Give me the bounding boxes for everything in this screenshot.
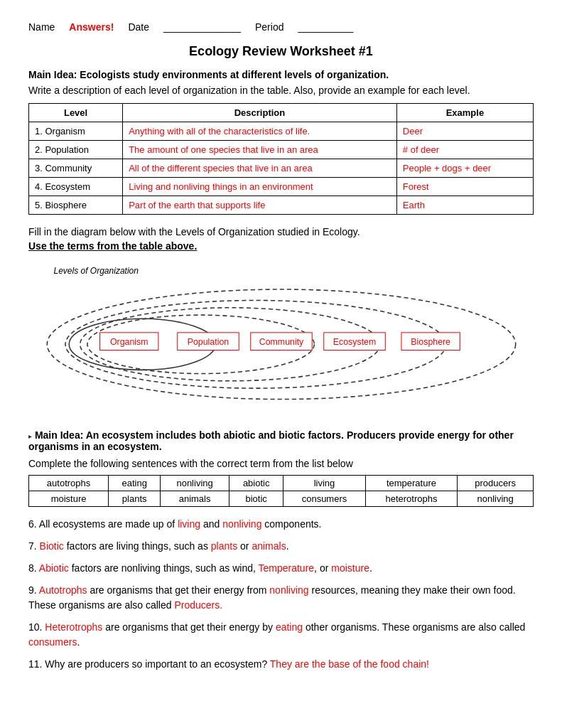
sentence-part: Heterotrophs <box>45 621 102 633</box>
sentence-part: consumers <box>28 636 77 648</box>
sentence-part: and <box>200 518 222 530</box>
sentence-part: are organisms that get their energy from <box>87 584 270 596</box>
section2-icon: ▸ <box>28 432 32 440</box>
section2-main-idea: Main Idea: An ecosystem includes both ab… <box>28 429 514 452</box>
page-title: Ecology Review Worksheet #1 <box>28 44 534 59</box>
sentence-part: living <box>178 518 200 530</box>
table-row: 3. CommunityAll of the different species… <box>29 159 534 178</box>
sentence: 8. Abiotic factors are nonliving things,… <box>28 561 534 576</box>
table-row: 1. OrganismAnything with all of the char… <box>29 122 534 141</box>
sentence-number: 10. <box>28 621 42 633</box>
sentence-number: 9. <box>28 584 37 596</box>
sentence-part: Why are producers so important to an eco… <box>42 658 269 670</box>
sentence-part: They are the base of the food chain! <box>270 658 429 670</box>
complete-text: Complete the following sentences with th… <box>28 458 534 469</box>
sentence-part: . <box>286 540 289 552</box>
header: Name Answers! Date ______________ Period… <box>28 21 534 33</box>
word-bank-cell: eating <box>109 476 161 491</box>
period-blank: __________ <box>298 21 353 33</box>
word-bank-cell: producers <box>458 476 534 491</box>
section1-sub-text: Write a description of each level of org… <box>28 85 534 96</box>
word-bank-cell: heterotrophs <box>365 491 458 507</box>
sentence-part: other organisms. These organisms are als… <box>303 621 525 633</box>
sentence-part: animals <box>252 540 286 552</box>
table-cell-description: Part of the earth that supports life <box>123 196 397 215</box>
sentence-part: nonliving <box>222 518 261 530</box>
word-bank-cell: temperature <box>365 476 458 491</box>
table-cell-level: 3. Community <box>29 159 123 178</box>
sentence-part: All ecosystems are made up of <box>37 518 178 530</box>
word-bank-cell: animals <box>161 491 229 507</box>
sentence-part: eating <box>276 621 303 633</box>
table-cell-level: 4. Ecosystem <box>29 178 123 196</box>
answers-label: Answers! <box>69 21 114 33</box>
sentence-part: plants <box>211 540 237 552</box>
name-label: Name <box>28 21 55 33</box>
word-bank-cell: abiotic <box>229 476 283 491</box>
word-bank-cell: consumers <box>283 491 365 507</box>
word-bank-cell: moisture <box>29 491 109 507</box>
table-cell-description: Living and nonliving things in an enviro… <box>123 178 397 196</box>
sentence-number: 11. <box>28 658 42 670</box>
word-bank-cell: plants <box>109 491 161 507</box>
svg-text:Population: Population <box>187 337 229 347</box>
word-bank-cell: autotrophs <box>29 476 109 491</box>
word-bank-cell: living <box>283 476 365 491</box>
table-header: Level <box>29 104 123 122</box>
sentence-number: 7. <box>28 540 37 552</box>
svg-text:Community: Community <box>259 337 303 347</box>
table-cell-description: The amount of one species that live in a… <box>123 141 397 159</box>
svg-text:Ecosystem: Ecosystem <box>333 337 375 347</box>
date-label: Date <box>128 21 149 33</box>
sentence-part: factors are nonliving things, such as wi… <box>69 562 259 574</box>
sentence-part: are organisms that get their energy by <box>102 621 276 633</box>
sentence-number: 6. <box>28 518 37 530</box>
date-blank: ______________ <box>163 21 241 33</box>
sentence-part: factors are living things, such as <box>64 540 211 552</box>
use-terms: Use the terms from the table above. <box>28 240 534 252</box>
table-row: 5. BiospherePart of the earth that suppo… <box>29 196 534 215</box>
section1-main-idea: Main Idea: Ecologists study environments… <box>28 69 534 80</box>
table-cell-level: 5. Biosphere <box>29 196 123 215</box>
svg-text:Organism: Organism <box>109 337 148 347</box>
table-cell-level: 1. Organism <box>29 122 123 141</box>
sentence-number: 8. <box>28 562 37 574</box>
sentence-part: Temperature <box>259 562 315 574</box>
word-bank-row: autotrophseatingnonlivingabioticlivingte… <box>29 476 534 491</box>
table-row: 2. PopulationThe amount of one species t… <box>29 141 534 159</box>
word-bank-cell: biotic <box>229 491 283 507</box>
diagram-title: Levels of Organization <box>54 266 139 276</box>
table-cell-level: 2. Population <box>29 141 123 159</box>
table-cell-description: Anything with all of the characteristics… <box>123 122 397 141</box>
sentence-part: nonliving <box>269 584 308 596</box>
levels-table: LevelDescriptionExample 1. OrganismAnyth… <box>28 103 534 215</box>
word-bank: autotrophseatingnonlivingabioticlivingte… <box>28 475 534 507</box>
sentence-part: . <box>77 636 80 648</box>
table-row: 4. EcosystemLiving and nonliving things … <box>29 178 534 196</box>
sentence-part: Autotrophs <box>39 584 87 596</box>
table-cell-example: People + dogs + deer <box>396 159 533 178</box>
diagram-instruction: Fill in the diagram below with the Level… <box>28 226 534 237</box>
sentence: 6. All ecosystems are made up of living … <box>28 517 534 532</box>
svg-text:Biosphere: Biosphere <box>411 337 450 347</box>
sentence-part: components. <box>261 518 321 530</box>
word-bank-cell: nonliving <box>458 491 534 507</box>
sentence: 10. Heterotrophs are organisms that get … <box>28 620 534 650</box>
sentence: 7. Biotic factors are living things, suc… <box>28 539 534 554</box>
sentences-container: 6. All ecosystems are made up of living … <box>28 517 534 672</box>
diagram-svg: Organism Population Community Ecosystem … <box>40 266 523 408</box>
period-label: Period <box>255 21 283 33</box>
sentence: 9. Autotrophs are organisms that get the… <box>28 583 534 613</box>
levels-diagram: Levels of Organization Organism Populati… <box>40 266 523 408</box>
sentence: 11. Why are producers so important to an… <box>28 657 534 672</box>
table-cell-example: Forest <box>396 178 533 196</box>
word-bank-row: moistureplantsanimalsbioticconsumershete… <box>29 491 534 507</box>
table-cell-description: All of the different species that live i… <box>123 159 397 178</box>
sentence-part: Abiotic <box>39 562 69 574</box>
table-header: Description <box>123 104 397 122</box>
word-bank-cell: nonliving <box>161 476 229 491</box>
table-header: Example <box>396 104 533 122</box>
sentence-part: Biotic <box>40 540 64 552</box>
sentence-part: moisture <box>331 562 369 574</box>
table-cell-example: Earth <box>396 196 533 215</box>
